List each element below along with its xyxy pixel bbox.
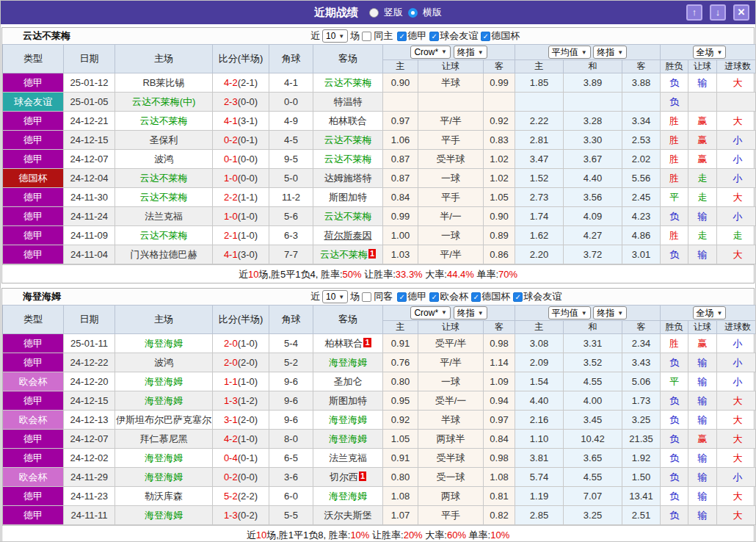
- score-fulltime: 2-0: [224, 338, 238, 349]
- avg-home-odds: 2.16: [515, 411, 564, 430]
- handicap-line: [418, 93, 484, 112]
- summary-text-part: 大率:: [423, 269, 447, 280]
- result-outcome: 负: [661, 411, 688, 430]
- avg-draw-odds: 7.07: [564, 487, 622, 506]
- avg-draw-odds: 4.55: [564, 372, 622, 391]
- average-select[interactable]: 平均值▼: [548, 306, 591, 319]
- chevron-down-icon: ▼: [478, 310, 484, 317]
- scroll-up-button[interactable]: ↑: [686, 4, 702, 21]
- result-goals: 大: [717, 245, 756, 264]
- score: 1-1(1-0): [213, 372, 269, 391]
- close-button[interactable]: ✕: [733, 4, 749, 21]
- summary-text-part: 近: [247, 530, 256, 541]
- radio-horizontal-layout[interactable]: [408, 8, 418, 18]
- result-outcome: 负: [661, 245, 688, 264]
- competition-badge: 德甲: [3, 506, 64, 525]
- home-team: 云达不莱梅: [115, 112, 213, 131]
- avg-away-odds: 3.25: [622, 411, 661, 430]
- odds-home: 1.05: [383, 430, 418, 449]
- league-checkbox[interactable]: ✓: [513, 292, 523, 302]
- match-row: 德甲24-11-23勒沃库森5-2(2-2)6-0海登海姆1.08两球0.811…: [3, 487, 756, 506]
- score: 2-3(0-0): [213, 93, 269, 112]
- score: 5-2(2-2): [213, 487, 269, 506]
- match-row: 球会友谊25-01-05云达不莱梅(中)2-3(0-0)0-0特温特负: [3, 93, 756, 112]
- match-count-select[interactable]: 10▼: [322, 29, 348, 43]
- avg-line-type-select[interactable]: 终指▼: [593, 306, 627, 319]
- match-date: 24-12-21: [64, 112, 115, 131]
- odds-home: 0.80: [383, 468, 418, 487]
- red-card-badge: 1: [359, 471, 366, 481]
- score: 2-2(1-1): [213, 188, 269, 207]
- competition-badge: 德甲: [3, 487, 64, 506]
- league-checkbox[interactable]: ✓: [397, 292, 407, 302]
- col-header-away: 客场: [313, 45, 383, 73]
- match-count-select[interactable]: 10▼: [322, 290, 348, 303]
- scope-select[interactable]: 全场▼: [693, 46, 727, 59]
- league-checkbox[interactable]: ✓: [397, 32, 407, 41]
- summary-text-part: 单率:: [466, 530, 490, 541]
- bookmaker-select[interactable]: Crow*▼: [410, 46, 451, 59]
- league-checkbox[interactable]: ✓: [471, 292, 481, 302]
- result-handicap: [688, 93, 717, 112]
- avg-draw-odds: 3.56: [564, 188, 622, 207]
- league-checkbox[interactable]: ✓: [429, 292, 439, 302]
- line-type-select[interactable]: 终指▼: [454, 306, 487, 319]
- same-home-checkbox[interactable]: [362, 32, 371, 41]
- competition-badge: 德甲: [3, 449, 64, 468]
- corner-score: 3-6: [269, 468, 313, 487]
- avg-home-odds: 5.74: [515, 468, 564, 487]
- result-outcome: 负: [661, 207, 688, 226]
- score-fulltime: 5-2: [224, 491, 238, 502]
- avg-away-odds: 3.88: [622, 73, 661, 93]
- avg-draw-odds: 3.52: [564, 353, 622, 372]
- avg-away-odds: 2.34: [622, 334, 661, 353]
- home-team: 云达不莱梅: [115, 188, 213, 207]
- match-date: 24-11-29: [64, 468, 115, 487]
- odds-home: 0.91: [383, 449, 418, 468]
- avg-draw-odds: 10.42: [564, 430, 622, 449]
- avg-home-odds: 1.85: [515, 73, 564, 93]
- match-date: 24-12-15: [64, 131, 115, 150]
- col-header-goals-result: 进球数: [717, 60, 756, 73]
- team-name: 云达不莱梅: [23, 29, 70, 43]
- away-team: 沃尔夫斯堡: [313, 506, 383, 525]
- competition-badge: 德甲: [3, 430, 64, 449]
- league-checkbox[interactable]: ✓: [429, 32, 439, 41]
- col-header-result: 胜负: [661, 321, 688, 334]
- away-team: 柏林联合1: [313, 334, 383, 353]
- bookmaker-select[interactable]: Crow*▼: [410, 306, 451, 319]
- league-checkbox[interactable]: ✓: [481, 32, 490, 41]
- avg-away-odds: 21.35: [622, 430, 661, 449]
- score-halftime: (2-1): [238, 77, 258, 88]
- competition-badge: 德甲: [3, 245, 64, 264]
- chevron-down-icon: ▼: [617, 49, 623, 56]
- result-outcome: 负: [661, 468, 688, 487]
- scroll-down-button[interactable]: ↓: [710, 4, 726, 21]
- scope-select[interactable]: 全场▼: [693, 306, 727, 319]
- corner-score: 5-0: [269, 169, 313, 188]
- col-header-handicap-result: 让球: [688, 60, 717, 73]
- home-team: 圣保利: [115, 131, 213, 150]
- odds-away: 0.82: [484, 506, 515, 525]
- result-handicap: 赢: [688, 112, 717, 131]
- handicap-line: 半球: [418, 411, 484, 430]
- score: 3-1(2-0): [213, 411, 269, 430]
- result-handicap: 输: [688, 391, 717, 411]
- radio-vertical-layout[interactable]: [369, 8, 379, 18]
- result-handicap: 输: [688, 411, 717, 430]
- average-select[interactable]: 平均值▼: [548, 46, 591, 59]
- result-handicap: 输: [688, 207, 717, 226]
- radio-horizontal-label[interactable]: 横版: [423, 6, 442, 19]
- line-type-select[interactable]: 终指▼: [454, 46, 487, 59]
- handicap-line: 两球: [418, 487, 484, 506]
- odds-home: 0.99: [383, 207, 418, 226]
- result-handicap: 赢: [688, 150, 717, 169]
- avg-line-type-select[interactable]: 终指▼: [593, 46, 627, 59]
- competition-badge: 德甲: [3, 188, 64, 207]
- result-handicap: 走: [688, 226, 717, 245]
- result-handicap: 走: [688, 188, 717, 207]
- away-team[interactable]: 荷尔斯泰因: [313, 226, 383, 245]
- same-away-checkbox[interactable]: [362, 292, 371, 302]
- radio-vertical-label[interactable]: 竖版: [384, 6, 403, 19]
- score-fulltime: 4-1: [224, 249, 238, 260]
